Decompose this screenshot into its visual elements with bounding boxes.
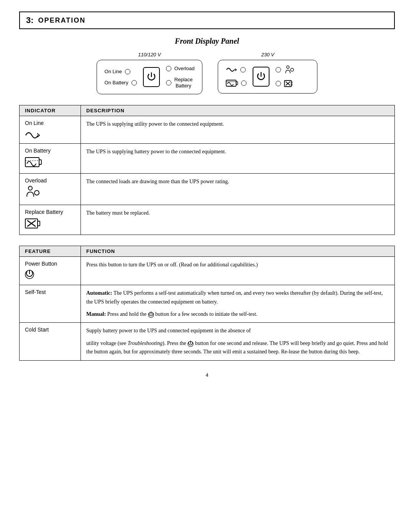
overload-big-icon (25, 186, 42, 200)
section-title: Operation (38, 16, 86, 25)
panel-230-left (226, 66, 246, 87)
description-overload: The connected loads are drawing more tha… (81, 174, 395, 205)
indicator-col-header: Indicator (20, 105, 81, 116)
function-self-test: Automatic: The UPS performs a self-test … (81, 285, 395, 323)
svg-point-7 (291, 68, 294, 71)
on-battery-indicator: On Battery (105, 80, 137, 85)
manual-label: Manual: (86, 311, 106, 317)
indicator-table: Indicator Description On Line The UPS is… (19, 105, 395, 235)
voltage-label-230: 230 V (261, 52, 274, 57)
230-battery-row (226, 79, 246, 87)
battery-sine-icon (226, 79, 238, 87)
description-on-line: The UPS is supplying utility power to th… (81, 116, 395, 144)
description-on-battery: The UPS is supplying battery power to th… (81, 144, 395, 174)
cold-start-para-1: Supply battery power to the UPS and conn… (86, 327, 389, 335)
on-line-indicator: On Line (105, 69, 137, 74)
panel-right-indicators: Overload ReplaceBattery (166, 66, 195, 89)
panel-power-button[interactable] (143, 67, 160, 87)
feature-table: Feature Function Power Button Press this… (19, 246, 395, 360)
table-row: Cold Start Supply battery power to the U… (20, 323, 395, 360)
svg-rect-3 (236, 82, 238, 85)
230-replace-battery-row (276, 79, 295, 88)
overload-name: Overload (25, 177, 75, 184)
manual-text-2: button for a few seconds to initiate the… (155, 311, 257, 317)
automatic-label: Automatic: (86, 290, 112, 296)
on-line-label: On Line (105, 69, 122, 74)
function-cold-start: Supply battery power to the UPS and conn… (81, 323, 395, 360)
feature-col-header: Feature (20, 246, 81, 257)
indicator-on-line-cell: On Line (20, 116, 81, 144)
power-button-feature-icon (25, 269, 34, 280)
replace-battery-230-icon (284, 79, 292, 88)
power-button-230-svg (256, 71, 266, 82)
function-col-header: Function (81, 246, 395, 257)
power-button-svg (147, 72, 156, 82)
on-battery-label: On Battery (105, 80, 128, 85)
indicator-replace-battery-cell: Replace Battery (20, 205, 81, 235)
230-overload-row (276, 66, 295, 74)
feature-self-test-cell: Self-Test (20, 285, 81, 323)
function-power-button: Press this button to turn the UPS on or … (81, 257, 395, 285)
overload-indicator: Overload (166, 66, 195, 71)
table-row: Power Button Press this button to turn t… (20, 257, 395, 285)
replace-battery-label: ReplaceBattery (174, 77, 193, 89)
230-battery-led (241, 80, 246, 86)
replace-battery-indicator: ReplaceBattery (166, 77, 195, 89)
panel-box-230 (218, 60, 317, 94)
automatic-text: The UPS performs a self-test automatical… (86, 290, 383, 304)
cold-start-feature-name: Cold Start (25, 327, 75, 333)
panel-box-110: On Line On Battery Overload (97, 60, 203, 94)
section-number: 3: (26, 15, 34, 25)
page-number: 4 (19, 372, 395, 378)
svg-point-16 (34, 190, 39, 195)
display-panels: 110/120 V On Line On Battery (19, 52, 395, 94)
description-col-header: Description (81, 105, 395, 116)
on-battery-name: On Battery (25, 148, 75, 154)
panel-left-indicators: On Line On Battery (105, 69, 137, 85)
replace-battery-name: Replace Battery (25, 209, 75, 215)
overload-led (166, 66, 171, 71)
overload-label: Overload (174, 66, 195, 71)
indicator-on-battery-cell: On Battery (20, 144, 81, 174)
svg-rect-18 (38, 221, 40, 226)
panel-110: 110/120 V On Line On Battery (97, 52, 203, 94)
ac-wave-icon (226, 66, 237, 74)
230-replace-led (276, 81, 281, 86)
svg-point-15 (28, 186, 32, 190)
panel-230: 230 V (218, 52, 317, 94)
power-button-feature-name: Power Button (25, 261, 75, 267)
self-test-feature-name: Self-Test (25, 289, 75, 295)
cold-start-intro: Supply battery power to the UPS and conn… (86, 328, 251, 333)
table-row: Self-Test Automatic: The UPS performs a … (20, 285, 395, 323)
overload-person-icon (284, 66, 295, 74)
on-battery-led (131, 80, 137, 85)
svg-point-6 (287, 66, 289, 69)
voltage-label-110: 110/120 V (138, 52, 161, 57)
replace-battery-big-icon (25, 217, 40, 230)
table-row: On Line The UPS is supplying utility pow… (20, 116, 395, 144)
description-replace-battery: The battery must be replaced. (81, 205, 395, 235)
cold-start-text-1: utility voltage (see Troubleshooting). P… (86, 340, 187, 346)
panel-230-power-button[interactable] (253, 67, 269, 87)
indicator-overload-cell: Overload (20, 174, 81, 205)
on-battery-big-icon (25, 156, 42, 168)
svg-rect-9 (291, 82, 292, 85)
feature-cold-start-cell: Cold Start (20, 323, 81, 360)
cold-start-para-2: utility voltage (see Troubleshooting). P… (86, 339, 389, 356)
manual-power-icon (148, 311, 154, 318)
230-overload-led (276, 67, 281, 72)
230-online-row (226, 66, 246, 74)
section-header: 3: Operation (19, 11, 395, 29)
self-test-manual-para: Manual: Press and hold the button for a … (86, 310, 389, 319)
manual-text: Press and hold the (107, 311, 148, 317)
table-row: Overload The connected loads are drawing… (20, 174, 395, 205)
self-test-auto-para: Automatic: The UPS performs a self-test … (86, 289, 389, 306)
replace-battery-led (166, 80, 171, 85)
feature-power-button-cell: Power Button (20, 257, 81, 285)
on-line-name: On Line (25, 120, 75, 126)
table-row: Replace Battery The battery must be repl… (20, 205, 395, 235)
svg-rect-13 (39, 160, 41, 164)
panel-title: Front Display Panel (19, 37, 395, 46)
230-online-led (240, 67, 246, 72)
on-line-big-icon (25, 128, 40, 138)
